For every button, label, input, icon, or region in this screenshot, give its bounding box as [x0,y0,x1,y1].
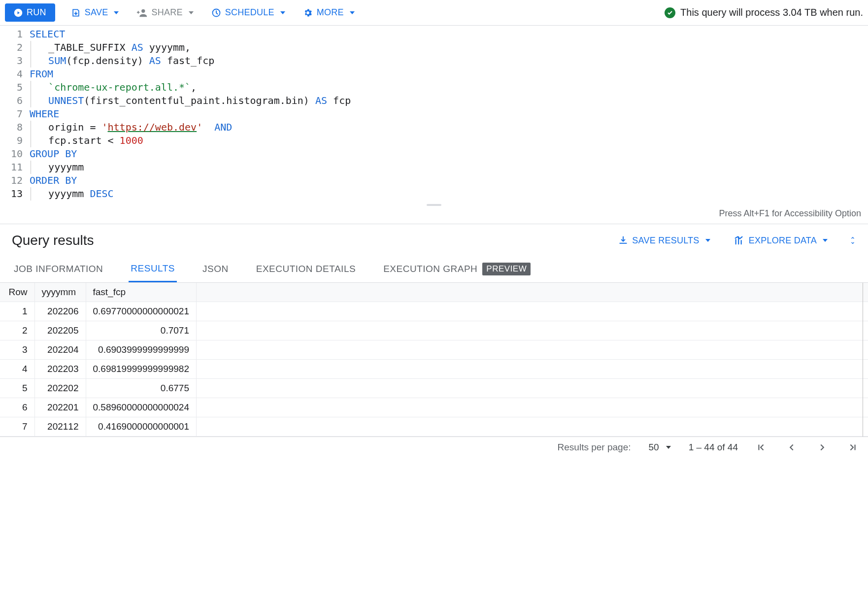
chevron-down-icon [849,240,856,245]
explore-data-button[interactable]: EXPLORE DATA [732,232,830,249]
results-header: Query results SAVE RESULTS EXPLORE DATA [0,224,868,256]
per-page-label: Results per page: [558,442,631,453]
tab-label: EXECUTION DETAILS [256,264,356,274]
share-button[interactable]: SHARE [134,4,195,21]
sql-editor[interactable]: 1SELECT2 _TABLE_SUFFIX AS yyyymm,3 SUM(f… [0,26,868,203]
run-label: RUN [27,7,46,18]
column-header[interactable]: Row [0,283,34,302]
line-number: 9 [0,134,30,147]
editor-line[interactable]: 7WHERE [0,107,868,121]
line-number: 10 [0,147,30,161]
editor-line[interactable]: 1SELECT [0,28,868,41]
line-number: 1 [0,28,30,41]
cell-row: 2 [0,321,34,340]
per-page-select[interactable]: 50 [648,442,670,453]
last-page-button[interactable] [847,442,858,453]
cell-row: 4 [0,360,34,379]
results-tabs: JOB INFORMATIONRESULTSJSONEXECUTION DETA… [0,256,868,283]
editor-line[interactable]: 12ORDER BY [0,174,868,187]
editor-line[interactable]: 11 yyyymm [0,161,868,174]
cell-fast_fcp: 0.69819999999999982 [86,360,196,379]
editor-line[interactable]: 4FROM [0,68,868,81]
filler-cell [196,417,868,437]
editor-line[interactable]: 5 `chrome-ux-report.all.*`, [0,81,868,94]
editor-line[interactable]: 3 SUM(fcp.density) AS fast_fcp [0,54,868,68]
table-row[interactable]: 32022040.6903999999999999 [0,340,868,360]
cell-fast_fcp: 0.6903999999999999 [86,340,196,360]
results-title: Query results [12,233,94,248]
table-row[interactable]: 12022060.69770000000000021 [0,302,868,321]
line-number: 2 [0,41,30,54]
filler-cell [196,302,868,321]
table-header-row: Rowyyyymmfast_fcp [0,283,868,302]
cell-row: 5 [0,379,34,398]
cell-yyyymm: 202201 [34,398,86,417]
play-icon [14,8,23,17]
run-button[interactable]: RUN [5,3,55,22]
code-content: origin = 'https://web.dev' AND [48,121,232,134]
chevron-down-icon [705,239,710,242]
first-page-button[interactable] [756,442,767,453]
line-number: 3 [0,54,30,68]
line-number: 6 [0,94,30,107]
explore-data-label: EXPLORE DATA [749,236,817,246]
editor-line[interactable]: 8 origin = 'https://web.dev' AND [0,121,868,134]
editor-line[interactable]: 2 _TABLE_SUFFIX AS yyyymm, [0,41,868,54]
code-content: FROM [30,68,53,81]
filler-cell [196,379,868,398]
tab-json[interactable]: JSON [200,257,231,281]
expand-collapse-button[interactable] [849,236,856,245]
range-text: 1 – 44 of 44 [689,442,738,453]
next-page-button[interactable] [817,442,828,453]
filler-cell [196,283,868,302]
editor-line[interactable]: 13 yyyymm DESC [0,187,868,201]
filler-cell [196,321,868,340]
column-header[interactable]: yyyymm [34,283,86,302]
scrollbar-edge [863,283,863,437]
tab-results[interactable]: RESULTS [129,256,177,282]
cell-row: 6 [0,398,34,417]
prev-page-button[interactable] [786,442,797,453]
share-label: SHARE [151,7,182,18]
schedule-button[interactable]: SCHEDULE [209,4,287,21]
code-content: WHERE [30,107,59,121]
table-row[interactable]: 42022030.69819999999999982 [0,360,868,379]
save-icon [71,8,81,18]
indent-guide [31,94,36,107]
table-row[interactable]: 52022020.6775 [0,379,868,398]
tab-execution-graph[interactable]: EXECUTION GRAPHPREVIEW [381,256,533,282]
table-row[interactable]: 72021120.4169000000000001 [0,417,868,437]
chevron-up-icon [849,236,856,240]
save-button[interactable]: SAVE [69,4,121,21]
editor-line[interactable]: 10GROUP BY [0,147,868,161]
tab-execution-details[interactable]: EXECUTION DETAILS [254,257,358,281]
clock-icon [211,8,221,18]
chart-icon [734,235,745,246]
filler-cell [196,398,868,417]
indent-guide [31,134,36,147]
cell-fast_fcp: 0.7071 [86,321,196,340]
tab-label: EXECUTION GRAPH [383,264,477,274]
code-content: `chrome-ux-report.all.*`, [48,81,197,94]
editor-line[interactable]: 9 fcp.start < 1000 [0,134,868,147]
query-status: This query will process 3.04 TB when run… [665,7,863,18]
tab-label: JSON [202,264,229,274]
more-button[interactable]: MORE [301,4,357,21]
line-number: 4 [0,68,30,81]
indent-guide [31,81,36,94]
pagination-footer: Results per page: 50 1 – 44 of 44 [0,437,868,458]
editor-line[interactable]: 6 UNNEST(first_contentful_paint.histogra… [0,94,868,107]
column-header[interactable]: fast_fcp [86,283,196,302]
accessibility-hint: Press Alt+F1 for Accessibility Option [0,207,868,224]
code-content: yyyymm DESC [48,187,113,201]
cell-yyyymm: 202204 [34,340,86,360]
tab-job-information[interactable]: JOB INFORMATION [12,257,105,281]
save-results-button[interactable]: SAVE RESULTS [616,233,712,249]
cell-fast_fcp: 0.6775 [86,379,196,398]
table-row[interactable]: 22022050.7071 [0,321,868,340]
table-row[interactable]: 62022010.58960000000000024 [0,398,868,417]
schedule-label: SCHEDULE [225,7,274,18]
person-add-icon [136,7,147,18]
cell-fast_fcp: 0.58960000000000024 [86,398,196,417]
drag-handle[interactable] [0,203,868,207]
